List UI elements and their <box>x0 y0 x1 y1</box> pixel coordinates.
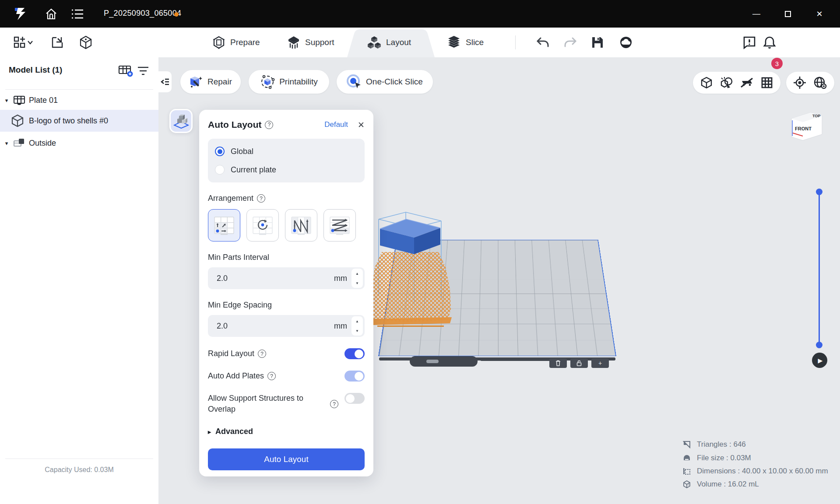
view-cube-gizmo[interactable]: TOP FRONT <box>785 110 827 147</box>
min-edge-spacing-field: mm ▲ ▼ <box>208 315 365 337</box>
slider-handle-top[interactable] <box>816 189 822 195</box>
perspective-cube-icon[interactable] <box>700 77 713 89</box>
plate-front-handle <box>410 356 478 367</box>
auto-add-plates-toggle[interactable] <box>344 371 365 382</box>
collapse-panel-handle[interactable] <box>158 71 172 92</box>
new-project-icon[interactable] <box>12 35 28 50</box>
arrangement-grid-option[interactable] <box>208 209 240 242</box>
sidebar-item-outside[interactable]: ▾ Outside <box>0 132 158 154</box>
add-plate-icon[interactable] <box>118 64 133 77</box>
arrangement-spiral-option[interactable] <box>246 209 279 242</box>
tab-slice[interactable]: Slice <box>446 28 484 57</box>
one-click-slice-button[interactable]: One-Click Slice <box>337 70 433 94</box>
arrangement-vertical-serpentine-option[interactable] <box>285 209 317 242</box>
dialog-title: Auto Layout <box>208 119 261 130</box>
min-edge-spacing-input[interactable] <box>217 322 304 331</box>
radio-current-plate[interactable]: Current plate <box>215 165 358 175</box>
tab-prepare[interactable]: Prepare <box>212 28 260 57</box>
arrangement-label: Arrangement <box>208 194 253 203</box>
redo-icon[interactable] <box>562 35 578 50</box>
cloud-icon[interactable] <box>618 35 634 50</box>
spin-down-button[interactable]: ▼ <box>351 326 363 336</box>
radio-current-plate-control[interactable] <box>215 165 225 175</box>
repair-button[interactable]: Repair <box>180 70 241 94</box>
allow-support-overlap-label: Allow Support Structures to Overlap <box>208 393 321 415</box>
default-link[interactable]: Default <box>324 120 348 129</box>
delete-plate-button[interactable] <box>549 358 567 368</box>
close-button[interactable]: ✕ <box>808 0 831 28</box>
feedback-icon[interactable] <box>742 35 757 50</box>
auto-layout-dock-icon[interactable] <box>169 109 193 133</box>
tab-support[interactable]: Support <box>287 28 334 57</box>
slider-handle-bottom[interactable] <box>816 342 822 348</box>
new-project-chevron-icon[interactable] <box>26 35 34 50</box>
save-icon[interactable] <box>590 35 605 50</box>
import-icon[interactable] <box>49 35 65 50</box>
add-plate-button[interactable]: + <box>591 358 609 368</box>
notification-badge: 3 <box>771 58 783 69</box>
model-list-panel: Model List (1) ▾ Plate 01 B-logo of two … <box>0 57 158 504</box>
notification-bell-icon[interactable] <box>762 35 777 50</box>
advanced-expander[interactable]: ▸ Advanced <box>208 427 365 436</box>
plate-front-edge-right <box>480 358 557 361</box>
radio-global[interactable]: Global <box>215 147 358 156</box>
focus-target-icon[interactable] <box>793 76 806 89</box>
printability-icon <box>260 74 275 89</box>
plate01-caret-icon[interactable]: ▾ <box>0 97 13 104</box>
min-parts-interval-field: mm ▲ ▼ <box>208 267 365 289</box>
allow-support-overlap-help-icon[interactable]: ? <box>330 400 338 408</box>
globe-target-icon[interactable] <box>813 76 827 89</box>
open-model-icon[interactable] <box>78 35 94 50</box>
advanced-caret-icon: ▸ <box>208 428 211 435</box>
undo-icon[interactable] <box>535 35 551 50</box>
layer-slider-track[interactable] <box>819 191 820 345</box>
auto-add-plates-help-icon[interactable]: ? <box>267 372 276 380</box>
filter-icon[interactable] <box>137 66 149 76</box>
arrangement-horizontal-serpentine-option[interactable] <box>323 209 356 242</box>
allow-support-overlap-row: Allow Support Structures to Overlap ? <box>208 393 365 415</box>
arrangement-options <box>208 209 365 242</box>
gizmo-top-label: TOP <box>812 114 820 118</box>
sidebar-item-model[interactable]: B-logo of two shells #0 <box>0 110 158 132</box>
outside-icon <box>13 138 29 148</box>
capacity-used-label: Capacity Used: 0.03M <box>0 466 158 474</box>
home-icon[interactable] <box>44 7 59 21</box>
spin-up-button[interactable]: ▲ <box>351 269 363 278</box>
minimize-button[interactable]: — <box>745 0 768 28</box>
allow-support-overlap-toggle[interactable] <box>344 393 365 404</box>
model-b-logo[interactable] <box>364 210 469 329</box>
model-roof <box>380 219 440 254</box>
app-logo-icon <box>13 7 28 21</box>
toolbar-separator <box>515 35 516 49</box>
rapid-layout-help-icon[interactable]: ? <box>258 350 266 358</box>
one-click-slice-label: One-Click Slice <box>366 77 423 87</box>
rapid-layout-toggle[interactable] <box>344 348 365 359</box>
auto-layout-help-icon[interactable]: ? <box>265 121 273 129</box>
arrangement-help-icon[interactable]: ? <box>257 194 265 203</box>
grid-view-icon[interactable] <box>761 77 773 89</box>
file-size-icon <box>683 455 691 462</box>
spin-up-button[interactable]: ▲ <box>351 316 363 326</box>
printability-button[interactable]: Printability <box>249 70 329 94</box>
play-button[interactable]: ▶ <box>812 353 827 368</box>
clash-detect-icon[interactable] <box>720 77 733 89</box>
navigation-pill <box>786 72 834 94</box>
title-bar: P_20250903_065004 — ✕ <box>0 0 840 28</box>
lock-plate-button[interactable] <box>570 358 588 368</box>
radio-global-control[interactable] <box>215 147 225 156</box>
tab-layout[interactable]: Layout <box>367 28 411 57</box>
maximize-button[interactable] <box>777 0 799 28</box>
sidebar-item-plate01[interactable]: ▾ Plate 01 <box>0 90 158 111</box>
stat-triangles: Triangles : 646 <box>683 440 746 449</box>
one-click-slice-icon <box>347 74 362 89</box>
project-list-icon[interactable] <box>70 7 85 21</box>
hide-plate-icon[interactable] <box>740 77 753 89</box>
model-list-title: Model List (1) <box>9 65 62 75</box>
volume-icon <box>683 480 691 488</box>
spin-down-button[interactable]: ▼ <box>351 278 363 288</box>
dialog-close-icon[interactable]: ✕ <box>358 120 365 130</box>
stat-dimensions: Dimensions : 40.00 x 10.00 x 60.00 mm <box>683 467 828 476</box>
min-parts-interval-input[interactable] <box>217 274 304 283</box>
outside-caret-icon[interactable]: ▾ <box>0 140 13 147</box>
auto-layout-submit-button[interactable]: Auto Layout <box>208 448 365 470</box>
